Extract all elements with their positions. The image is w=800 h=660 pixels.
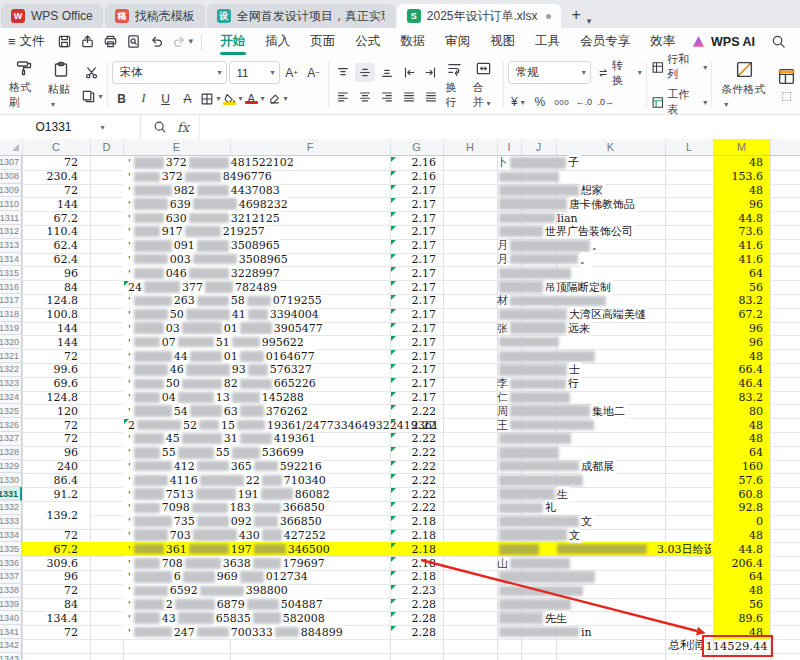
cell-client-redacted[interactable] xyxy=(497,570,597,584)
underline-button[interactable]: U xyxy=(156,89,176,108)
row-header-1333[interactable]: 1333 xyxy=(0,515,22,529)
cell-client-redacted[interactable]: 卜子 xyxy=(497,156,581,170)
cell-M-profit[interactable]: 80 xyxy=(713,404,763,418)
borders-button[interactable]: ▾ xyxy=(200,89,221,108)
row-header-1319[interactable]: 1319 xyxy=(0,322,22,336)
cell-C[interactable]: 99.6 xyxy=(22,363,78,377)
cell-M-profit[interactable]: 41.6 xyxy=(713,239,763,253)
cell-C[interactable]: 72 xyxy=(22,529,78,543)
cell-E-redacted[interactable]: '5082665226 xyxy=(123,377,316,391)
cell-C[interactable]: 72 xyxy=(22,349,78,363)
cell-M-profit[interactable]: 41.6 xyxy=(713,253,763,267)
convert-button[interactable]: 转换▾ xyxy=(597,58,642,88)
bold-button[interactable]: B xyxy=(112,89,132,108)
cell-E-redacted[interactable]: '6303212125 xyxy=(123,211,280,225)
cell-client-redacted[interactable]: 士 xyxy=(497,363,582,377)
cell-M-profit[interactable]: 83.2 xyxy=(713,294,763,308)
menu-tab-1[interactable]: 插入 xyxy=(255,28,300,55)
cell-E-redacted[interactable]: '7098183366850 xyxy=(123,501,325,515)
row-header-1315[interactable]: 1315 xyxy=(0,266,22,280)
number-format-select[interactable]: 常规▾ xyxy=(508,61,591,84)
cell-client-redacted[interactable]: 王 xyxy=(497,418,596,432)
cell-E-redacted[interactable]: '4531419361 xyxy=(123,432,316,446)
worksheet-button[interactable]: 工作表▾ xyxy=(651,87,708,117)
row-header-1331[interactable]: 1331 xyxy=(0,487,22,501)
cell-client-redacted[interactable] xyxy=(497,170,561,184)
align-center-button[interactable] xyxy=(355,87,375,106)
clear-format-button[interactable]: ▾ xyxy=(267,89,288,108)
increase-font-button[interactable]: A+ xyxy=(282,63,302,82)
cell-client-redacted[interactable]: 文 xyxy=(497,529,582,543)
cell-C[interactable]: 84 xyxy=(22,280,78,294)
decrease-font-button[interactable]: A− xyxy=(304,63,324,82)
format-painter-button[interactable]: 格式刷 xyxy=(4,59,43,110)
cell-G[interactable]: 2.17 xyxy=(390,377,436,391)
distributed-button[interactable] xyxy=(421,87,441,106)
row-header-1320[interactable]: 1320 xyxy=(0,335,22,349)
cell-client-redacted[interactable]: 月。 xyxy=(497,239,605,253)
cell-G[interactable]: 2.16 xyxy=(390,170,436,184)
column-header-K[interactable]: K xyxy=(556,139,665,156)
cell-M-profit[interactable]: 48 xyxy=(713,349,763,363)
cell-E-redacted[interactable]: '917219257 xyxy=(123,225,265,239)
menu-tab-4[interactable]: 数据 xyxy=(390,28,435,55)
row-header-1309[interactable]: 1309 xyxy=(0,184,22,198)
cell-C[interactable]: 96 xyxy=(22,570,78,584)
cell-client-redacted[interactable]: 成都展 xyxy=(497,460,616,474)
row-header-1313[interactable]: 1313 xyxy=(0,239,22,253)
font-color-button[interactable]: A ▾ xyxy=(245,89,265,108)
cell-G[interactable]: 2.18 xyxy=(390,515,436,529)
cell-E-redacted[interactable]: '0913508965 xyxy=(123,239,280,253)
cell-E-redacted[interactable]: '412365592216 xyxy=(123,460,322,474)
row-header-1308[interactable]: 1308 xyxy=(0,170,22,184)
row-header-1341[interactable]: 1341 xyxy=(0,625,22,639)
cell-E-redacted[interactable]: '6394698232 xyxy=(123,197,288,211)
cell-M-profit[interactable]: 48 xyxy=(713,184,763,198)
cell-M-profit[interactable]: 46.4 xyxy=(713,377,763,391)
cell-M-profit[interactable]: 48 xyxy=(713,529,763,543)
row-header-1330[interactable]: 1330 xyxy=(0,473,22,487)
cell-M-profit[interactable]: 83.2 xyxy=(713,391,763,405)
row-header-1310[interactable]: 1310 xyxy=(0,197,22,211)
cell-E-redacted[interactable]: '50413394004 xyxy=(123,308,319,322)
menu-tab-7[interactable]: 工具 xyxy=(525,28,570,55)
formula-input[interactable] xyxy=(199,115,800,139)
cell-G[interactable]: 2.22 xyxy=(390,404,436,418)
cell-C[interactable]: 124.8 xyxy=(22,294,78,308)
cell-G[interactable]: 2.17 xyxy=(390,349,436,363)
cell-client-redacted[interactable]: in xyxy=(497,625,594,639)
menu-tab-6[interactable]: 视图 xyxy=(480,28,525,55)
row-header-1318[interactable]: 1318 xyxy=(0,308,22,322)
cell-client-redacted[interactable]: 唐卡佛教饰品 xyxy=(497,197,637,211)
cell-C[interactable]: 230.4 xyxy=(22,170,78,184)
align-right-button[interactable] xyxy=(377,87,397,106)
cell-E-redacted[interactable]: '0033508965 xyxy=(123,253,288,267)
cell-G[interactable]: 2.17 xyxy=(390,253,436,267)
window-tab-2[interactable]: 设全网首发设计项目，真正实现躺赚。 xyxy=(207,4,395,28)
window-tab-3[interactable]: S2025年设计订单.xlsx xyxy=(397,4,561,28)
wps-ai-button[interactable]: WPS AI xyxy=(691,34,755,49)
table-style-button[interactable]: ⬚ xyxy=(773,67,800,102)
cell-G[interactable]: 2.17 xyxy=(390,225,436,239)
tab-list-caret-icon[interactable]: ▾ xyxy=(587,16,592,28)
cell-client-redacted[interactable] xyxy=(497,473,585,487)
cell-C[interactable]: 72 xyxy=(22,184,78,198)
row-header-1316[interactable]: 1316 xyxy=(0,280,22,294)
column-header-F[interactable]: F xyxy=(230,139,390,156)
row-header-1343[interactable]: 1343 xyxy=(0,653,22,660)
cell-C[interactable]: 144 xyxy=(22,197,78,211)
cell-M-profit[interactable]: 66.4 xyxy=(713,363,763,377)
cell-C[interactable]: 96 xyxy=(22,266,78,280)
menu-tab-0[interactable]: 开始 xyxy=(210,28,255,55)
cell-E-redacted[interactable]: '361197346500 xyxy=(123,542,330,556)
row-header-1314[interactable]: 1314 xyxy=(0,253,22,267)
paste-button[interactable]: 粘贴▾ xyxy=(43,61,79,109)
cell-client-redacted[interactable] xyxy=(497,446,561,460)
cell-M-profit[interactable]: 48 xyxy=(713,432,763,446)
cell-client-redacted[interactable]: 先生 xyxy=(497,611,569,625)
merged-cell-C[interactable]: 139.2 xyxy=(23,502,90,529)
export-icon[interactable] xyxy=(78,32,97,52)
cell-E-redacted[interactable]: '26879504887 xyxy=(123,598,323,612)
menu-tab-2[interactable]: 页面 xyxy=(300,28,345,55)
menu-tab-8[interactable]: 会员专享 xyxy=(570,28,640,55)
